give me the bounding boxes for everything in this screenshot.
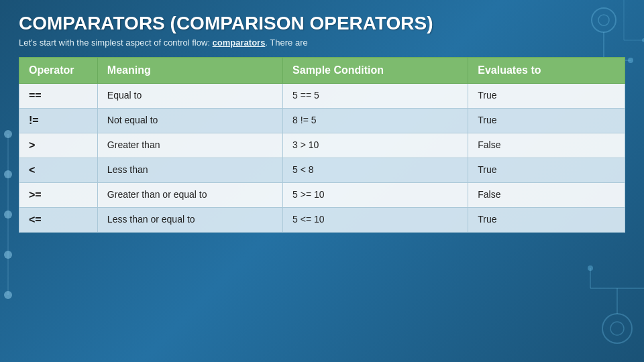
table-row: <Less than5 < 8True xyxy=(19,158,625,182)
page-title: COMPARATORS (COMPARISON OPERATORS) xyxy=(19,12,625,35)
cell-evaluates: False xyxy=(468,182,625,207)
cell-operator: == xyxy=(19,83,98,108)
cell-sample: 3 > 10 xyxy=(283,133,468,158)
comparators-table: Operator Meaning Sample Condition Evalua… xyxy=(19,57,625,233)
header-meaning: Meaning xyxy=(97,57,282,83)
table-row: ==Equal to5 == 5True xyxy=(19,83,625,108)
cell-meaning: Less than xyxy=(97,158,282,182)
cell-meaning: Less than or equal to xyxy=(97,207,282,232)
cell-evaluates: True xyxy=(468,158,625,182)
table-row: >=Greater than or equal to5 >= 10False xyxy=(19,182,625,207)
cell-operator: > xyxy=(19,133,98,158)
header-operator: Operator xyxy=(19,57,98,83)
table-body: ==Equal to5 == 5True!=Not equal to8 != 5… xyxy=(19,83,625,232)
subtitle: Let's start with the simplest aspect of … xyxy=(19,38,625,48)
cell-operator: <= xyxy=(19,207,98,232)
title-block: COMPARATORS (COMPARISON OPERATORS) Let's… xyxy=(19,12,625,53)
cell-evaluates: True xyxy=(468,108,625,133)
header-sample: Sample Condition xyxy=(283,57,468,83)
cell-sample: 5 >= 10 xyxy=(283,182,468,207)
cell-operator: >= xyxy=(19,182,98,207)
subtitle-highlight: comparators xyxy=(213,38,266,48)
table-header: Operator Meaning Sample Condition Evalua… xyxy=(19,57,625,83)
cell-meaning: Greater than or equal to xyxy=(97,182,282,207)
main-container: COMPARATORS (COMPARISON OPERATORS) Let's… xyxy=(0,0,644,362)
subtitle-text-after: . There are xyxy=(265,38,307,48)
header-evaluates: Evaluates to xyxy=(468,57,625,83)
cell-evaluates: True xyxy=(468,83,625,108)
table-row: !=Not equal to8 != 5True xyxy=(19,108,625,133)
cell-operator: < xyxy=(19,158,98,182)
table-row: <=Less than or equal to5 <= 10True xyxy=(19,207,625,232)
cell-sample: 8 != 5 xyxy=(283,108,468,133)
subtitle-text-before: Let's start with the simplest aspect of … xyxy=(19,38,213,48)
cell-evaluates: False xyxy=(468,133,625,158)
cell-meaning: Not equal to xyxy=(97,108,282,133)
table-row: >Greater than3 > 10False xyxy=(19,133,625,158)
cell-meaning: Greater than xyxy=(97,133,282,158)
cell-operator: != xyxy=(19,108,98,133)
cell-sample: 5 < 8 xyxy=(283,158,468,182)
cell-meaning: Equal to xyxy=(97,83,282,108)
cell-sample: 5 <= 10 xyxy=(283,207,468,232)
cell-sample: 5 == 5 xyxy=(283,83,468,108)
cell-evaluates: True xyxy=(468,207,625,232)
